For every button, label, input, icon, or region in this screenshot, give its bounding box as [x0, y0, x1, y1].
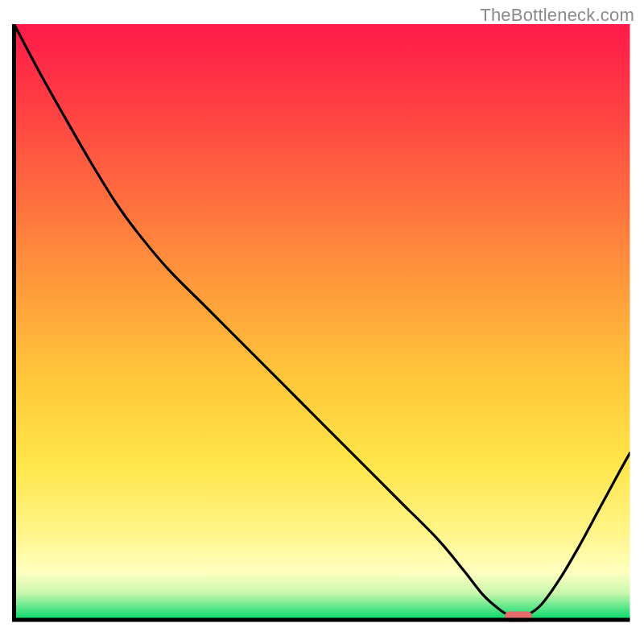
gradient-background: [14, 24, 630, 620]
watermark-text: TheBottleneck.com: [480, 5, 634, 26]
bottleneck-chart: TheBottleneck.com: [0, 0, 644, 644]
chart-svg: [0, 0, 644, 644]
